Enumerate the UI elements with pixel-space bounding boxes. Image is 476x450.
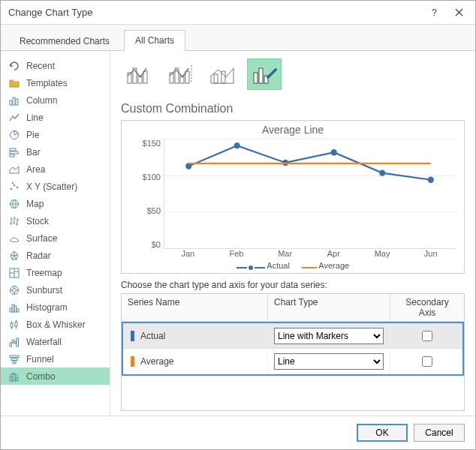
sidebar-item-waterfall[interactable]: Waterfall — [1, 333, 110, 350]
combo-custom[interactable] — [247, 58, 282, 90]
combo-clustered-column-line-secondary[interactable] — [163, 58, 197, 90]
svg-rect-5 — [10, 148, 16, 151]
map-chart-icon — [8, 198, 20, 210]
sidebar-item-surface[interactable]: Surface — [1, 230, 110, 247]
sidebar-item-scatter[interactable]: X Y (Scatter) — [1, 178, 110, 195]
chart-title: Average Line — [126, 124, 459, 136]
legend-label: Actual — [267, 261, 290, 270]
col-chart-type: Chart Type — [268, 294, 390, 321]
svg-rect-25 — [17, 338, 19, 346]
legend-item-actual: Actual — [236, 261, 290, 270]
sidebar-item-label: Treemap — [26, 268, 62, 278]
sidebar-item-label: Stock — [26, 216, 49, 226]
sidebar-item-recent[interactable]: Recent — [1, 57, 110, 74]
svg-point-48 — [331, 149, 337, 155]
sidebar-item-line[interactable]: Line — [1, 109, 110, 126]
sidebar-item-map[interactable]: Map — [1, 195, 110, 212]
series-chart-type-select[interactable]: Line with Markers — [274, 328, 384, 344]
line-chart-icon — [8, 112, 20, 124]
sidebar-item-label: Area — [26, 164, 45, 175]
svg-text:?: ? — [432, 8, 437, 17]
secondary-axis-checkbox[interactable] — [422, 356, 432, 367]
treemap-chart-icon — [8, 267, 20, 279]
combo-chart-icon — [8, 370, 20, 382]
svg-rect-40 — [214, 74, 218, 83]
svg-rect-42 — [254, 73, 258, 83]
svg-point-49 — [379, 170, 385, 176]
x-tick: Apr — [309, 249, 358, 258]
sidebar-item-treemap[interactable]: Treemap — [1, 264, 110, 281]
ok-button[interactable]: OK — [357, 424, 408, 442]
x-tick: Jan — [164, 249, 212, 258]
col-secondary-axis: Secondary Axis — [390, 294, 464, 321]
sidebar-item-label: Box & Whisker — [26, 320, 86, 330]
surface-chart-icon — [8, 232, 20, 244]
y-axis: $150 $100 $50 $0 — [126, 136, 164, 249]
svg-rect-23 — [12, 340, 14, 343]
legend-item-average: Average — [302, 261, 349, 270]
sidebar-item-label: X Y (Scatter) — [26, 182, 77, 192]
tab-recommended-charts[interactable]: Recommended Charts — [8, 31, 121, 51]
secondary-axis-checkbox[interactable] — [422, 331, 432, 341]
sidebar-item-label: Map — [26, 199, 44, 209]
y-tick: $100 — [143, 172, 161, 182]
svg-rect-7 — [10, 154, 14, 157]
radar-chart-icon — [8, 250, 20, 262]
svg-rect-21 — [15, 322, 17, 326]
window-title: Change Chart Type — [8, 7, 423, 18]
help-button[interactable]: ? — [423, 4, 447, 22]
chart-legend: Actual Average — [126, 261, 459, 270]
sidebar-item-radar[interactable]: Radar — [1, 247, 110, 264]
sidebar-item-pie[interactable]: Pie — [1, 126, 110, 143]
y-tick: $0 — [152, 240, 161, 249]
sidebar-item-column[interactable]: Column — [1, 92, 110, 109]
series-row-average[interactable]: Average Line — [123, 349, 462, 374]
main-panel: Custom Combination Average Line $150 $10… — [110, 51, 475, 416]
series-config-table: Series Name Chart Type Secondary Axis Ac… — [121, 293, 465, 411]
stock-chart-icon — [8, 215, 20, 227]
sidebar-item-area[interactable]: Area — [1, 160, 110, 178]
svg-point-10 — [17, 186, 18, 188]
chart-preview: Average Line $150 $100 $50 $0 — [121, 120, 465, 274]
series-color-swatch — [131, 356, 134, 367]
sidebar-item-sunburst[interactable]: Sunburst — [1, 281, 110, 298]
svg-rect-22 — [10, 343, 12, 346]
recent-icon — [8, 60, 20, 72]
legend-swatch-average — [302, 267, 317, 268]
waterfall-chart-icon — [8, 336, 20, 348]
sidebar-item-label: Bar — [26, 147, 41, 158]
sidebar-item-templates[interactable]: Templates — [1, 74, 110, 92]
sidebar-item-label: Pie — [26, 130, 39, 140]
series-header: Series Name Chart Type Secondary Axis — [122, 294, 464, 322]
histogram-chart-icon — [8, 302, 20, 314]
sidebar-item-label: Waterfall — [26, 337, 62, 347]
combo-clustered-column-line[interactable] — [121, 58, 155, 90]
series-color-swatch — [131, 331, 134, 341]
sidebar-item-stock[interactable]: Stock — [1, 212, 110, 230]
chart-category-sidebar: Recent Templates Column Line Pie Bar — [1, 51, 110, 416]
series-chart-type-select[interactable]: Line — [274, 353, 384, 370]
series-name-text: Actual — [140, 331, 165, 341]
close-button[interactable] — [447, 4, 471, 22]
tab-all-charts[interactable]: All Charts — [124, 30, 185, 51]
sidebar-item-funnel[interactable]: Funnel — [1, 350, 110, 368]
sidebar-item-bar[interactable]: Bar — [1, 143, 110, 160]
templates-icon — [8, 77, 20, 89]
sidebar-item-label: Histogram — [26, 302, 68, 313]
svg-rect-3 — [16, 99, 18, 105]
svg-point-9 — [14, 184, 15, 185]
svg-rect-2 — [13, 98, 15, 105]
series-row-actual[interactable]: Actual Line with Markers — [123, 323, 462, 349]
sidebar-item-box-whisker[interactable]: Box & Whisker — [1, 316, 110, 333]
svg-rect-19 — [17, 309, 19, 312]
sidebar-item-histogram[interactable]: Histogram — [1, 298, 110, 316]
svg-rect-24 — [14, 341, 17, 344]
sidebar-item-label: Line — [26, 112, 44, 123]
svg-rect-6 — [10, 152, 18, 154]
legend-label: Average — [318, 261, 349, 270]
combo-stacked-area-column[interactable] — [205, 58, 240, 90]
cancel-button[interactable]: Cancel — [414, 424, 465, 442]
sidebar-item-label: Column — [26, 95, 57, 106]
sidebar-item-combo[interactable]: Combo — [1, 368, 110, 385]
area-chart-icon — [8, 164, 20, 176]
